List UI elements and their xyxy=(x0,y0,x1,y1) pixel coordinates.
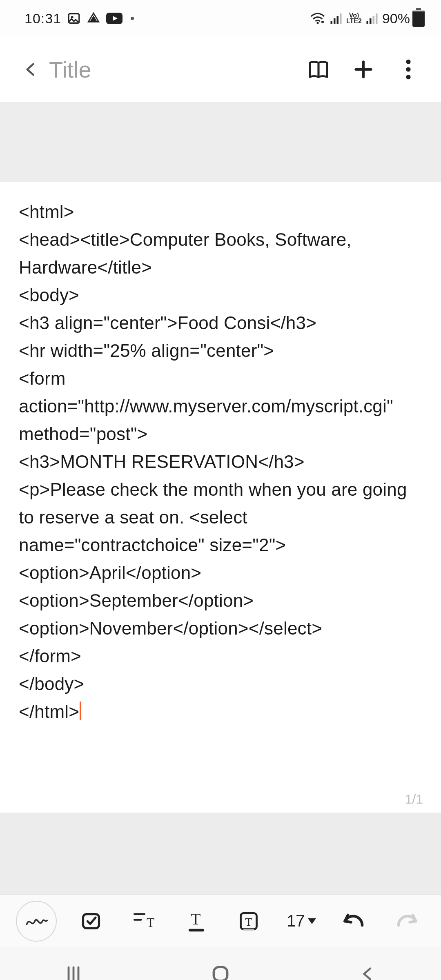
image-icon xyxy=(67,11,81,25)
status-left: 10:31 xyxy=(24,11,134,27)
svg-text:T: T xyxy=(245,915,252,928)
svg-text:T: T xyxy=(147,915,154,930)
svg-point-16 xyxy=(406,75,410,79)
note-editor[interactable]: <html> <head><title>Computer Books, Soft… xyxy=(0,182,441,813)
status-time: 10:31 xyxy=(24,11,61,27)
redo-button[interactable] xyxy=(388,903,425,940)
home-button[interactable] xyxy=(196,962,245,980)
wifi-icon xyxy=(310,12,326,25)
drive-icon xyxy=(87,11,100,25)
note-title-input[interactable]: Title xyxy=(45,56,306,83)
system-navigation-bar xyxy=(0,947,441,980)
svg-point-1 xyxy=(71,16,74,18)
svg-point-15 xyxy=(406,67,410,71)
text-format-button[interactable]: T xyxy=(178,903,215,940)
more-options-button[interactable] xyxy=(396,57,421,82)
handwriting-button[interactable] xyxy=(16,901,57,942)
svg-rect-11 xyxy=(376,13,378,24)
youtube-icon xyxy=(106,12,122,24)
font-size-selector[interactable]: 17 xyxy=(283,903,320,940)
add-button[interactable] xyxy=(351,57,376,82)
svg-rect-5 xyxy=(334,18,336,24)
text-style-button[interactable]: T xyxy=(125,903,162,940)
svg-rect-8 xyxy=(366,21,368,24)
checklist-button[interactable] xyxy=(73,903,109,940)
text-box-button[interactable]: T xyxy=(230,903,267,940)
svg-rect-4 xyxy=(331,21,333,24)
editor-toolbar: T T T 17 xyxy=(0,894,441,947)
svg-rect-9 xyxy=(370,18,372,24)
header-spacer xyxy=(0,102,441,182)
toolbar-spacer xyxy=(0,813,441,894)
recents-button[interactable] xyxy=(49,962,98,980)
back-button[interactable] xyxy=(16,55,45,84)
signal-2-icon xyxy=(366,12,378,24)
volte2-icon: Vo)LTE2 xyxy=(346,13,362,24)
font-size-value: 17 xyxy=(287,912,305,930)
battery-percentage: 90% xyxy=(382,11,410,27)
svg-rect-10 xyxy=(372,16,374,24)
note-text[interactable]: <html> <head><title>Computer Books, Soft… xyxy=(19,198,422,726)
reader-mode-button[interactable] xyxy=(306,57,331,82)
svg-point-3 xyxy=(316,22,318,24)
nav-back-button[interactable] xyxy=(343,962,392,980)
svg-rect-29 xyxy=(214,967,227,980)
more-notifications-dot xyxy=(131,17,134,20)
status-bar: 10:31 Vo)LTE2 90% xyxy=(0,0,441,37)
status-right: Vo)LTE2 90% xyxy=(310,10,425,27)
app-header: Title xyxy=(0,37,441,102)
battery-icon xyxy=(412,10,425,27)
signal-1-icon xyxy=(330,12,342,24)
svg-point-14 xyxy=(406,60,410,64)
svg-rect-6 xyxy=(337,16,339,24)
svg-rect-7 xyxy=(340,13,342,24)
svg-text:T: T xyxy=(191,910,200,928)
text-caret xyxy=(80,702,81,720)
dropdown-triangle-icon xyxy=(308,918,316,924)
page-counter: 1/1 xyxy=(405,792,423,807)
undo-button[interactable] xyxy=(336,903,372,940)
